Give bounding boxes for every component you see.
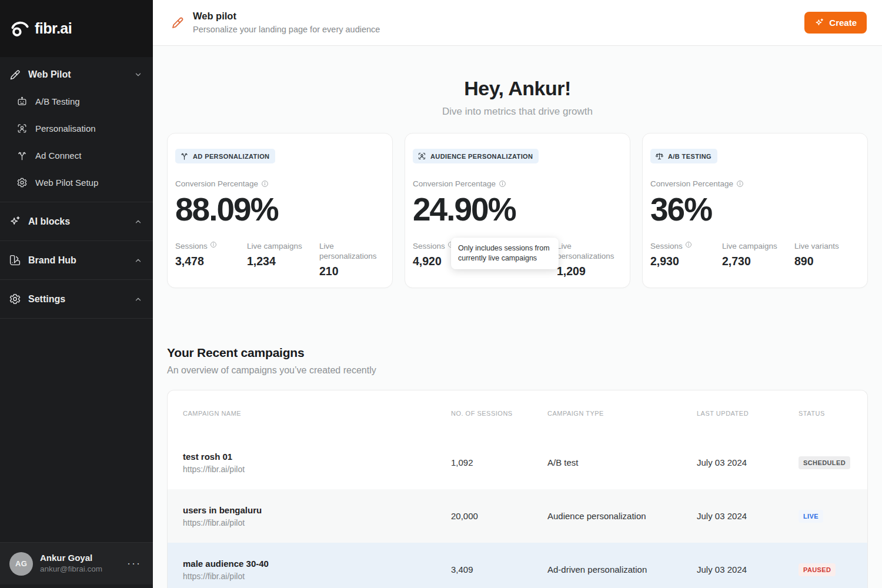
stat-value: 1,234 [247, 255, 319, 268]
campaigns-table: CAMPAIGN NAME NO. OF SESSIONS CAMPAIGN T… [167, 390, 868, 588]
sparkles-icon [9, 215, 21, 228]
greeting-title: Hey, Ankur! [167, 75, 868, 101]
status-badge: PAUSED [799, 563, 836, 576]
campaign-name: users in bengaluru [183, 505, 451, 515]
stat-value: 3,478 [175, 255, 247, 268]
table-row[interactable]: male audience 30-40 https://fibr.ai/pilo… [168, 543, 867, 588]
info-icon[interactable] [736, 180, 744, 188]
person-frame-icon [417, 152, 426, 161]
campaign-type: Ad-driven personalization [547, 564, 697, 574]
branch-icon [180, 152, 189, 161]
info-icon[interactable] [210, 241, 217, 248]
campaign-url: https://fibr.ai/pilot [183, 465, 451, 474]
sessions-tooltip: Only includes sessions from currently li… [451, 238, 559, 269]
column-header-sessions: NO. OF SESSIONS [451, 410, 547, 417]
stat-live-personalizations: Live personalizations 210 [319, 241, 383, 278]
info-icon[interactable] [499, 180, 506, 188]
stat-label: Live personalizations [557, 241, 620, 261]
sidebar-item-ai-blocks[interactable]: AI blocks [0, 202, 153, 240]
stat-label: Live personalizations [319, 241, 383, 261]
column-header-updated: LAST UPDATED [697, 410, 799, 417]
stat-live-personalizations: Live personalizations 1,209 [557, 241, 620, 278]
table-row[interactable]: users in bengaluru https://fibr.ai/pilot… [168, 489, 867, 543]
user-account[interactable]: AG Ankur Goyal ankur@fibrai.com ··· [0, 542, 153, 584]
metric-cards: AD PERSONALIZATION Conversion Percentage… [167, 133, 868, 288]
card-badge: AD PERSONALIZATION [175, 149, 275, 163]
info-icon[interactable] [685, 241, 692, 248]
conversion-value: 88.09% [175, 193, 383, 226]
sparkles-icon [814, 18, 824, 28]
table-row[interactable]: test rosh 01 https://fibr.ai/pilot 1,092… [168, 436, 867, 489]
campaign-sessions: 1,092 [451, 457, 547, 467]
ellipsis-icon[interactable]: ··· [125, 555, 143, 572]
pencil-icon [171, 16, 185, 30]
column-header-status: STATUS [799, 410, 867, 417]
sidebar-item-settings[interactable]: Settings [0, 279, 153, 318]
conversion-value: 36% [650, 193, 858, 226]
sidebar-item-label: AI blocks [28, 216, 70, 227]
chevron-up-icon [134, 218, 142, 226]
sidebar-item-ab-testing[interactable]: A/B Testing [0, 88, 153, 115]
scales-icon [655, 152, 664, 161]
robot-icon [16, 96, 28, 107]
campaign-url: https://fibr.ai/pilot [183, 572, 451, 581]
campaign-name: male audience 30-40 [183, 559, 451, 569]
sidebar-item-label: Settings [28, 294, 65, 305]
create-button[interactable]: Create [804, 12, 867, 34]
greeting-subtitle: Dive into metrics that drive growth [167, 105, 868, 119]
stat-label: Sessions [650, 241, 683, 251]
chevron-up-icon [134, 295, 142, 303]
page-header: Web pilot Personalize your landing page … [153, 0, 882, 46]
campaign-url: https://fibr.ai/pilot [183, 518, 451, 527]
campaign-sessions: 3,409 [451, 564, 547, 574]
stat-value: 2,730 [722, 255, 794, 268]
sidebar-item-label: Ad Connect [35, 151, 81, 161]
content: Hey, Ankur! Dive into metrics that drive… [153, 46, 882, 588]
stat-value: 210 [319, 265, 383, 278]
user-name: Ankur Goyal [40, 553, 118, 564]
stat-live-variants: Live variants 890 [794, 241, 858, 268]
user-email: ankur@fibrai.com [40, 564, 118, 574]
sidebar-item-web-pilot-setup[interactable]: Web Pilot Setup [0, 169, 153, 196]
stat-value: 2,930 [650, 255, 722, 268]
info-icon[interactable] [261, 180, 269, 188]
campaign-updated: July 03 2024 [697, 511, 799, 521]
stat-sessions: Sessions 2,930 [650, 241, 722, 268]
sidebar-item-brand-hub[interactable]: Brand Hub [0, 240, 153, 279]
stat-value: 1,209 [557, 265, 620, 278]
gear-icon [9, 293, 21, 305]
campaign-sessions: 20,000 [451, 511, 547, 521]
table-header-row: CAMPAIGN NAME NO. OF SESSIONS CAMPAIGN T… [168, 390, 867, 436]
sidebar-item-ad-connect[interactable]: Ad Connect [0, 142, 153, 169]
card-badge-label: A/B TESTING [668, 153, 711, 160]
stat-label: Live variants [794, 241, 858, 251]
section-title: Your Recent campaigns [167, 345, 868, 361]
status-badge: SCHEDULED [799, 456, 850, 469]
sidebar-item-web-pilot[interactable]: Web Pilot [0, 62, 153, 88]
pencil-icon [9, 69, 21, 81]
stat-sessions: Sessions 3,478 [175, 241, 247, 278]
main-area: Web pilot Personalize your landing page … [153, 0, 882, 588]
sidebar-item-label: Personalisation [35, 123, 96, 133]
stat-live-campaigns: Live campaigns 1,234 [247, 241, 319, 278]
stat-label: Sessions [175, 241, 208, 251]
stat-label: Sessions [413, 241, 445, 251]
card-badge: A/B TESTING [650, 149, 717, 163]
page-title: Web pilot [193, 10, 380, 22]
card-badge: AUDIENCE PERSONALIZATION [413, 149, 539, 163]
stat-live-campaigns: Live campaigns 2,730 [722, 241, 794, 268]
page-subtitle: Personalize your landing page for every … [193, 24, 380, 35]
campaign-updated: July 03 2024 [697, 457, 799, 467]
sidebar-item-label: Brand Hub [28, 255, 76, 266]
status-badge: LIVE [799, 510, 823, 523]
swatch-icon [9, 254, 21, 266]
card-badge-label: AD PERSONALIZATION [193, 153, 269, 160]
sidebar-item-personalisation[interactable]: Personalisation [0, 115, 153, 142]
fibr-logo-icon [11, 21, 29, 37]
card-ad-personalization: AD PERSONALIZATION Conversion Percentage… [167, 133, 393, 288]
conversion-value: 24.90% [413, 193, 620, 226]
greeting: Hey, Ankur! Dive into metrics that drive… [167, 75, 868, 119]
section-subtitle: An overview of campaigns you’ve created … [167, 363, 868, 377]
stat-label: Live campaigns [722, 241, 787, 251]
card-audience-personalization: AUDIENCE PERSONALIZATION Conversion Perc… [405, 133, 630, 288]
